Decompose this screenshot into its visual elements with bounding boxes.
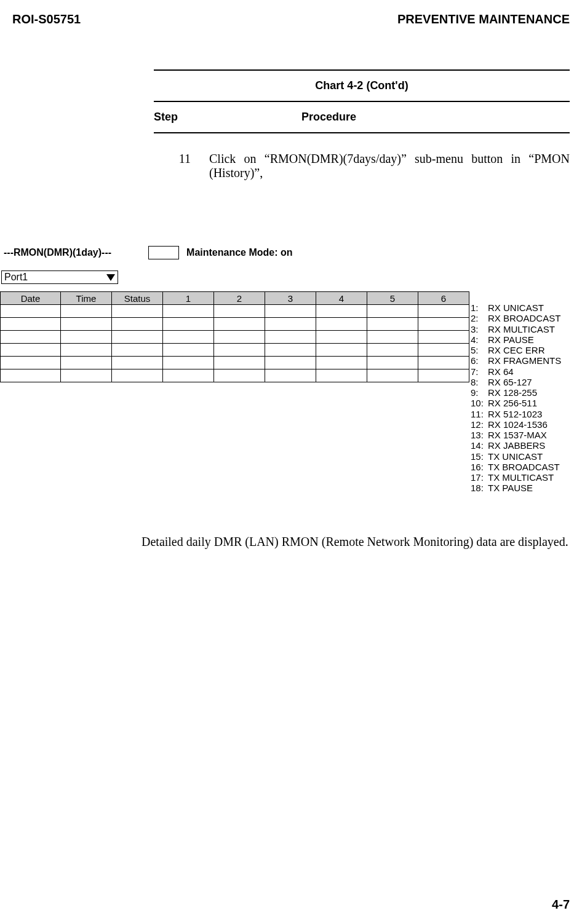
table-cell [214,318,265,331]
divider [154,101,570,102]
table-cell [61,344,112,357]
table-cell [367,318,418,331]
legend-label: RX 1537-MAX [488,430,547,440]
table-cell [367,305,418,318]
legend-number: 5: [471,345,488,355]
legend-number: 11: [471,409,488,419]
legend-item: 14:RX JABBERS [471,440,561,451]
legend-number: 14: [471,440,488,451]
table-header: 5 [367,292,418,305]
table-cell [265,331,316,344]
page-number: 4-7 [552,898,570,912]
legend-label: RX 128-255 [488,387,537,398]
legend-item: 8:RX 65-127 [471,377,561,387]
legend-item: 1:RX UNICAST [471,302,561,313]
legend-number: 4: [471,334,488,345]
table-cell [112,357,163,369]
legend-number: 8: [471,377,488,387]
legend-label: RX FRAGMENTS [488,355,561,366]
table-header: Status [112,292,163,305]
table-cell [61,318,112,331]
table-cell [367,369,418,382]
table-cell [316,331,367,344]
step-text: Click on “RMON(DMR)(7days/day)” sub-menu… [209,152,570,180]
legend-number: 12: [471,419,488,430]
legend-number: 10: [471,398,488,408]
legend-number: 18: [471,483,488,493]
step-number: 11 [154,152,209,180]
table-cell [163,344,214,357]
legend-item: 4:RX PAUSE [471,334,561,345]
legend-number: 7: [471,366,488,377]
chevron-down-icon [106,274,115,281]
legend-number: 1: [471,302,488,313]
table-cell [418,369,469,382]
table-cell [367,344,418,357]
table-cell [112,318,163,331]
table-cell [265,357,316,369]
legend-label: RX 1024-1536 [488,419,548,430]
table-cell [316,318,367,331]
port-select-value: Port1 [4,272,28,283]
table-cell [214,344,265,357]
table-cell [214,357,265,369]
table-header: 2 [214,292,265,305]
legend-item: 7:RX 64 [471,366,561,377]
table-cell [163,318,214,331]
table-cell [265,305,316,318]
legend-item: 13:RX 1537-MAX [471,430,561,440]
legend-item: 11:RX 512-1023 [471,409,561,419]
table-row [1,344,469,357]
table-cell [61,357,112,369]
step-column-header: Step [154,111,203,124]
legend-label: TX MULTICAST [488,472,554,483]
table-cell [163,305,214,318]
maintenance-checkbox[interactable] [148,246,179,259]
legend-number: 17: [471,472,488,483]
table-cell [1,357,61,369]
table-cell [61,305,112,318]
legend-label: TX UNICAST [488,451,543,462]
table-row [1,357,469,369]
detail-text: Detailed daily DMR (LAN) RMON (Remote Ne… [142,535,582,549]
port-select[interactable]: Port1 [1,270,118,284]
table-cell [418,305,469,318]
table-row [1,369,469,382]
legend-number: 16: [471,462,488,472]
legend-label: RX PAUSE [488,334,534,345]
table-cell [316,344,367,357]
legend-item: 15:TX UNICAST [471,451,561,462]
procedure-column-header: Procedure [301,111,356,124]
legend: 1:RX UNICAST2:RX BROADCAST3:RX MULTICAST… [471,302,561,494]
legend-item: 16:TX BROADCAST [471,462,561,472]
table-cell [265,369,316,382]
table-cell [163,357,214,369]
legend-label: RX UNICAST [488,302,544,313]
legend-item: 2:RX BROADCAST [471,313,561,323]
legend-item: 3:RX MULTICAST [471,324,561,334]
table-cell [214,369,265,382]
table-row [1,318,469,331]
table-header: 1 [163,292,214,305]
table-cell [367,357,418,369]
legend-label: RX 512-1023 [488,409,542,419]
legend-label: RX JABBERS [488,440,545,451]
table-cell [418,344,469,357]
rmon-table: DateTimeStatus123456 [0,291,469,382]
legend-number: 9: [471,387,488,398]
table-cell [265,318,316,331]
legend-item: 6:RX FRAGMENTS [471,355,561,366]
table-cell [61,331,112,344]
chart-title: Chart 4-2 (Cont'd) [154,73,570,98]
table-cell [418,357,469,369]
table-cell [1,344,61,357]
legend-number: 2: [471,313,488,323]
table-cell [1,369,61,382]
table-cell [112,369,163,382]
legend-label: RX 256-511 [488,398,537,408]
table-cell [214,331,265,344]
legend-item: 9:RX 128-255 [471,387,561,398]
table-cell [61,369,112,382]
table-cell [1,318,61,331]
table-header: 6 [418,292,469,305]
